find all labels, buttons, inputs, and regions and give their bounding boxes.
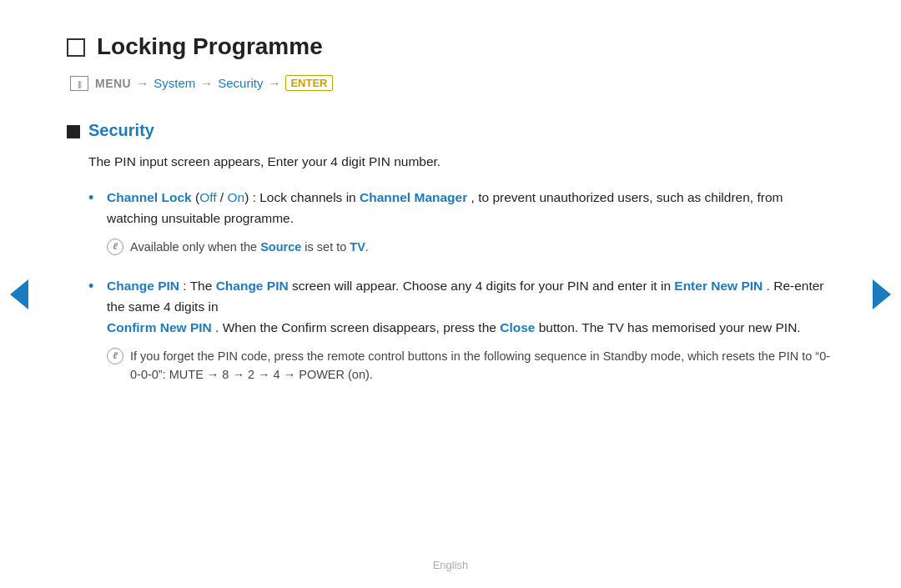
prev-page-button[interactable] bbox=[10, 279, 28, 309]
change-pin-text-pre-close: . When the Confirm screen disappears, pr… bbox=[215, 320, 500, 334]
footer-language: English bbox=[433, 559, 469, 571]
arrow-sep-1: → bbox=[136, 76, 148, 90]
channel-lock-note-text: Available only when the Source is set to… bbox=[130, 238, 369, 256]
note-icon-2: ℓ bbox=[107, 348, 123, 364]
title-row: Locking Programme bbox=[67, 33, 834, 60]
section-header: Security bbox=[67, 121, 834, 140]
change-pin-label: Change PIN bbox=[107, 279, 179, 293]
security-link: Security bbox=[218, 76, 263, 90]
list-item-change-pin: Change PIN : The Change PIN screen will … bbox=[88, 276, 834, 384]
toggle-close: ) bbox=[244, 190, 249, 204]
next-page-button[interactable] bbox=[873, 279, 891, 309]
bullet-list: Channel Lock (Off / On) : Lock channels … bbox=[88, 188, 834, 384]
arrow-sep-2: → bbox=[200, 76, 213, 90]
change-pin-link: Change PIN bbox=[216, 279, 289, 293]
change-pin-text-final: button. The TV has memorised your new PI… bbox=[539, 320, 801, 334]
section-title: Security bbox=[88, 121, 154, 140]
section-bullet-icon bbox=[67, 125, 80, 138]
page-container: Locking Programme MENU → System → Securi… bbox=[0, 0, 901, 588]
channel-lock-note: ℓ Available only when the Source is set … bbox=[107, 238, 834, 256]
menu-icon bbox=[70, 76, 88, 91]
toggle-on: On bbox=[227, 190, 244, 204]
channel-lock-text-middle: : Lock channels in bbox=[253, 190, 360, 204]
menu-label: MENU bbox=[95, 77, 131, 90]
enter-icon: ENTER bbox=[285, 75, 332, 91]
confirm-new-pin-link: Confirm New PIN bbox=[107, 320, 212, 334]
menu-path: MENU → System → Security → ENTER bbox=[70, 75, 834, 91]
channel-manager-link: Channel Manager bbox=[360, 190, 467, 204]
note-icon-1: ℓ bbox=[107, 239, 123, 255]
change-pin-colon: : The bbox=[183, 279, 215, 293]
checkbox-icon bbox=[67, 38, 85, 57]
toggle-off: Off bbox=[199, 190, 216, 204]
source-link: Source bbox=[260, 240, 301, 254]
change-pin-note-text: If you forget the PIN code, press the re… bbox=[130, 347, 834, 384]
close-link: Close bbox=[500, 320, 535, 334]
arrow-sep-3: → bbox=[268, 76, 280, 90]
intro-text: The PIN input screen appears, Enter your… bbox=[88, 152, 834, 171]
change-pin-note: ℓ If you forget the PIN code, press the … bbox=[107, 347, 834, 384]
change-pin-text-after: screen will appear. Choose any 4 digits … bbox=[292, 279, 674, 293]
channel-lock-label: Channel Lock bbox=[107, 190, 192, 204]
page-title: Locking Programme bbox=[97, 33, 323, 60]
tv-link: TV bbox=[350, 240, 365, 254]
system-link: System bbox=[154, 76, 195, 90]
list-item-channel-lock: Channel Lock (Off / On) : Lock channels … bbox=[88, 188, 834, 256]
enter-new-pin-link: Enter New PIN bbox=[674, 279, 763, 293]
